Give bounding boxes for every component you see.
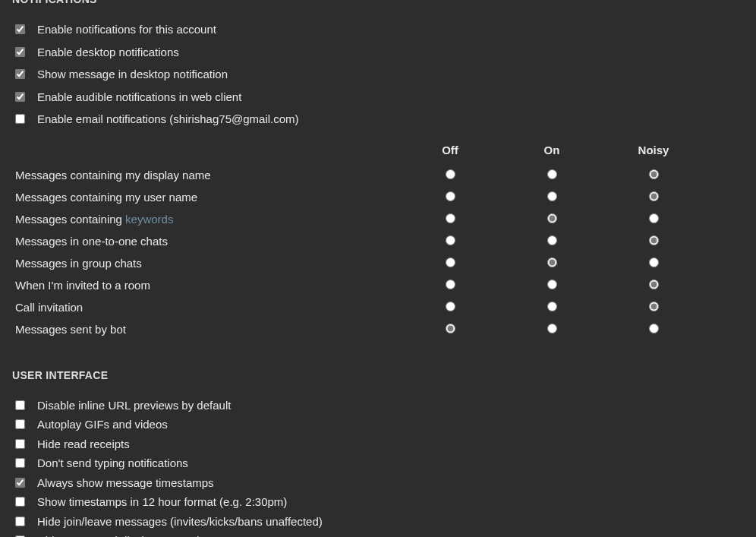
ui-checkbox-row: Autoplay GIFs and videos xyxy=(12,417,744,432)
ui-checkbox-row: Hide read receipts xyxy=(12,437,744,452)
notification-checkbox-label[interactable]: Show message in desktop notification xyxy=(37,67,228,82)
keywords-link[interactable]: keywords xyxy=(125,213,173,226)
table-col-off: Off xyxy=(399,141,501,164)
ui-checkbox-label[interactable]: Hide avatar and display name changes xyxy=(37,533,234,537)
notification-rule-row: When I'm invited to a room xyxy=(12,274,704,296)
notification-rule-noisy-radio[interactable] xyxy=(649,280,659,289)
notification-rule-on-radio[interactable] xyxy=(547,235,557,245)
ui-checkbox[interactable] xyxy=(15,400,25,410)
notification-rule-on-cell xyxy=(501,318,603,340)
notification-rule-noisy-cell xyxy=(603,186,704,208)
notification-rule-row: Messages sent by bot xyxy=(12,318,704,340)
ui-checkbox[interactable] xyxy=(15,439,25,449)
notification-rule-on-radio[interactable] xyxy=(547,257,557,267)
ui-checkbox[interactable] xyxy=(15,478,25,488)
notification-checkbox[interactable] xyxy=(15,114,25,124)
notification-rule-label: Messages containing my user name xyxy=(12,186,399,208)
notification-rule-on-cell xyxy=(501,208,603,230)
notification-rule-on-radio[interactable] xyxy=(547,280,557,289)
notification-rule-noisy-cell xyxy=(603,296,704,318)
ui-checkbox[interactable] xyxy=(15,419,25,429)
table-col-noisy: Noisy xyxy=(603,141,704,164)
ui-checkbox-label[interactable]: Autoplay GIFs and videos xyxy=(37,417,168,432)
ui-checkbox-label[interactable]: Hide read receipts xyxy=(37,437,130,452)
notification-rule-noisy-radio[interactable] xyxy=(649,235,659,245)
notification-rule-off-radio[interactable] xyxy=(446,191,455,201)
table-col-on: On xyxy=(501,141,603,164)
notification-checkbox-label[interactable]: Enable email notifications (shirishag75@… xyxy=(37,112,299,127)
notification-rule-on-cell xyxy=(501,252,603,274)
notification-checkbox-row: Show message in desktop notification xyxy=(12,67,744,82)
ui-checkbox-row: Disable inline URL previews by default xyxy=(12,398,744,413)
notification-checkbox-row: Enable audible notifications in web clie… xyxy=(12,90,744,105)
notification-checkbox-row: Enable notifications for this account xyxy=(12,22,744,37)
ui-checkbox-label[interactable]: Disable inline URL previews by default xyxy=(37,398,231,413)
notification-checkbox-row: Enable desktop notifications xyxy=(12,45,744,60)
notification-rule-noisy-radio[interactable] xyxy=(649,169,659,179)
ui-checkbox-row: Show timestamps in 12 hour format (e.g. … xyxy=(12,494,744,510)
notification-rule-off-cell xyxy=(399,164,501,186)
table-col-label xyxy=(12,141,399,164)
notification-rule-off-radio[interactable] xyxy=(446,169,455,179)
notification-rule-off-cell xyxy=(399,186,501,208)
ui-checkbox-label[interactable]: Hide join/leave messages (invites/kicks/… xyxy=(37,514,323,529)
ui-checkbox-label[interactable]: Don't send typing notifications xyxy=(37,456,188,471)
notification-rule-off-cell xyxy=(399,208,501,230)
section-heading-notifications: NOTIFICATIONS xyxy=(12,0,744,5)
ui-checkbox[interactable] xyxy=(15,516,25,526)
notification-rule-on-radio[interactable] xyxy=(547,324,557,333)
notification-rule-off-radio[interactable] xyxy=(446,213,455,223)
notification-rule-on-cell xyxy=(501,296,603,318)
ui-checkbox-row: Always show message timestamps xyxy=(12,475,744,491)
notification-rule-noisy-cell xyxy=(603,208,704,230)
notification-rule-label: Messages containing keywords xyxy=(12,208,399,230)
notification-rule-noisy-radio[interactable] xyxy=(649,257,659,267)
ui-checkbox[interactable] xyxy=(15,497,25,507)
notification-rule-off-cell xyxy=(399,230,501,252)
notification-rule-row: Messages containing my display name xyxy=(12,164,704,186)
notification-rule-on-cell xyxy=(501,186,603,208)
notification-rules-table: Off On Noisy Messages containing my disp… xyxy=(12,141,704,340)
notification-rule-row: Messages in group chats xyxy=(12,252,704,274)
ui-checkbox-label[interactable]: Always show message timestamps xyxy=(37,475,214,491)
notification-checkbox-label[interactable]: Enable notifications for this account xyxy=(37,22,216,37)
notification-rule-off-cell xyxy=(399,318,501,340)
notification-checkbox-label[interactable]: Enable audible notifications in web clie… xyxy=(37,90,241,105)
notification-rule-label: Messages in group chats xyxy=(12,252,399,274)
ui-checkbox[interactable] xyxy=(15,458,25,468)
notification-rule-off-radio[interactable] xyxy=(446,257,455,267)
notification-rule-on-radio[interactable] xyxy=(547,169,557,179)
notification-rule-noisy-radio[interactable] xyxy=(649,213,659,223)
notification-rule-on-radio[interactable] xyxy=(547,191,557,201)
notification-rule-on-radio[interactable] xyxy=(547,213,557,223)
notification-rule-on-cell xyxy=(501,274,603,296)
notification-rule-noisy-cell xyxy=(603,318,704,340)
notification-rule-off-radio[interactable] xyxy=(446,324,455,333)
ui-checkbox-label[interactable]: Show timestamps in 12 hour format (e.g. … xyxy=(37,494,287,510)
notification-rule-row: Messages containing my user name xyxy=(12,186,704,208)
notification-rule-on-radio[interactable] xyxy=(547,302,557,311)
notification-rule-off-radio[interactable] xyxy=(446,302,455,311)
notification-rule-noisy-cell xyxy=(603,252,704,274)
notification-rule-row: Messages in one-to-one chats xyxy=(12,230,704,252)
notification-checkbox[interactable] xyxy=(15,69,25,79)
ui-checkbox-row: Hide avatar and display name changes xyxy=(12,533,744,537)
notification-rule-label: When I'm invited to a room xyxy=(12,274,399,296)
notification-rule-noisy-radio[interactable] xyxy=(649,324,659,333)
notification-rule-off-radio[interactable] xyxy=(446,235,455,245)
notification-rule-on-cell xyxy=(501,230,603,252)
notification-rule-noisy-cell xyxy=(603,230,704,252)
notification-rule-row: Messages containing keywords xyxy=(12,208,704,230)
notification-rule-off-cell xyxy=(399,296,501,318)
notification-rule-noisy-radio[interactable] xyxy=(649,191,659,201)
notification-checkbox[interactable] xyxy=(15,92,25,102)
notification-rule-off-radio[interactable] xyxy=(446,280,455,289)
notification-checkbox[interactable] xyxy=(15,47,25,57)
notification-rule-noisy-radio[interactable] xyxy=(649,302,659,311)
notification-rule-label: Messages sent by bot xyxy=(12,318,399,340)
notification-checkbox-row: Enable email notifications (shirishag75@… xyxy=(12,112,744,127)
notification-checkbox-label[interactable]: Enable desktop notifications xyxy=(37,45,179,60)
notification-checkbox[interactable] xyxy=(15,24,25,34)
notification-rule-noisy-cell xyxy=(603,274,704,296)
section-heading-user-interface: USER INTERFACE xyxy=(12,369,744,381)
